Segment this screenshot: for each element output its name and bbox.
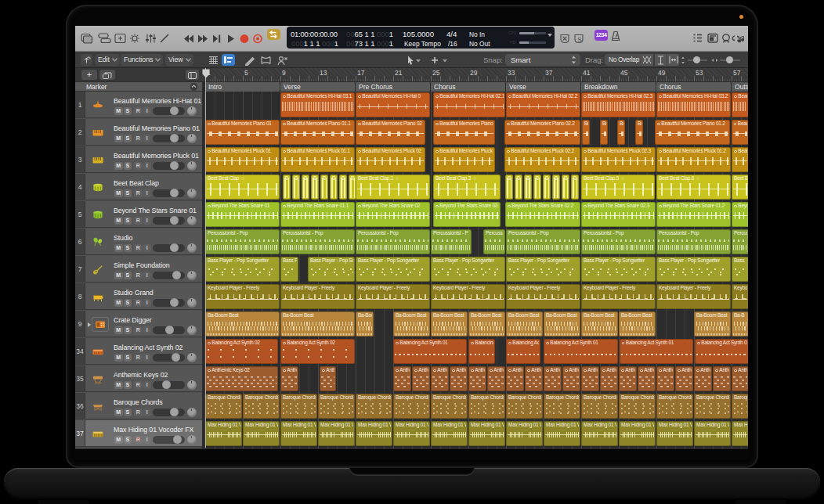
- svg-text:S: S: [577, 36, 581, 43]
